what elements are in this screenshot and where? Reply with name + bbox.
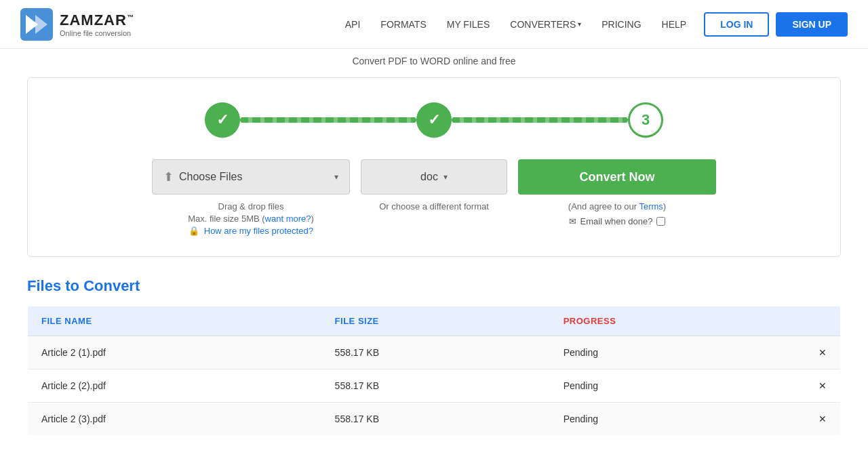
- converter-box: ✓ ✓ 3 ⬆ Choose Files ▾ doc ▾ Convert Now: [27, 77, 841, 257]
- nav-formats[interactable]: FORMATS: [372, 14, 434, 35]
- email-row: ✉ Email when done?: [569, 216, 666, 226]
- step-3-label: 3: [642, 111, 650, 129]
- format-value: doc: [420, 171, 438, 183]
- page-title-bar: Convert PDF to WORD online and free: [0, 49, 868, 69]
- format-selector[interactable]: doc ▾: [361, 159, 507, 195]
- controls-sub-row: Drag & drop files Max. file size 5MB (wa…: [55, 201, 813, 236]
- file-progress-cell: Pending: [550, 369, 805, 403]
- step-2-circle: ✓: [416, 102, 452, 138]
- main-content: ✓ ✓ 3 ⬆ Choose Files ▾ doc ▾ Convert Now: [0, 77, 868, 463]
- files-table-header: FILE NAME FILE SIZE PROGRESS: [28, 306, 841, 336]
- step-line-1: [240, 117, 416, 123]
- table-row: Article 2 (3).pdf 558.17 KB Pending ✕: [28, 403, 841, 436]
- files-section: Files to Convert FILE NAME FILE SIZE PRO…: [27, 277, 841, 436]
- format-chevron-icon: ▾: [443, 172, 448, 182]
- page-title: Convert PDF to WORD online and free: [352, 56, 515, 66]
- nav-pricing[interactable]: PRICING: [593, 14, 649, 35]
- format-sub: Or choose a different format: [361, 201, 507, 236]
- nav-my-files[interactable]: MY FILES: [439, 14, 498, 35]
- file-name-cell: Article 2 (2).pdf: [28, 369, 321, 403]
- logo-brand: ZAMZAR™: [60, 12, 134, 29]
- col-filename: FILE NAME: [28, 306, 321, 336]
- col-progress: PROGRESS: [550, 306, 805, 336]
- step-1-checkmark-icon: ✓: [216, 111, 229, 129]
- email-icon: ✉: [569, 216, 576, 226]
- logo-text: ZAMZAR™ Online file conversion: [60, 12, 134, 37]
- file-name-cell: Article 2 (1).pdf: [28, 336, 321, 369]
- col-remove: [805, 306, 841, 336]
- file-protection-link[interactable]: How are my files protected?: [204, 226, 313, 236]
- choose-files-chevron-icon: ▾: [334, 172, 338, 182]
- file-progress-cell: Pending: [550, 336, 805, 369]
- nav-api[interactable]: API: [337, 14, 369, 35]
- agree-text: (And agree to our Terms): [568, 201, 666, 212]
- main-nav: API FORMATS MY FILES CONVERTERS ▾ PRICIN…: [337, 12, 848, 37]
- col-filesize: FILE SIZE: [321, 306, 550, 336]
- files-heading: Files to Convert: [27, 277, 841, 295]
- choose-files-button[interactable]: ⬆ Choose Files ▾: [152, 159, 350, 195]
- lock-icon: 🔒: [189, 226, 199, 236]
- step-1-circle: ✓: [205, 102, 240, 138]
- choose-files-sub: Drag & drop files Max. file size 5MB (wa…: [152, 201, 350, 236]
- nav-converters[interactable]: CONVERTERS ▾: [502, 14, 589, 35]
- drag-drop-text: Drag & drop files: [218, 201, 284, 212]
- table-row: Article 2 (1).pdf 558.17 KB Pending ✕: [28, 336, 841, 369]
- remove-file-button[interactable]: ✕: [805, 336, 841, 369]
- login-button[interactable]: LOG IN: [704, 12, 769, 37]
- terms-link[interactable]: Terms: [639, 201, 663, 212]
- logo-subtitle: Online file conversion: [60, 29, 134, 37]
- steps-row: ✓ ✓ 3: [55, 102, 813, 138]
- table-row: Article 2 (2).pdf 558.17 KB Pending ✕: [28, 369, 841, 403]
- file-progress-cell: Pending: [550, 403, 805, 436]
- step-line-2: [452, 117, 628, 123]
- step-2-checkmark-icon: ✓: [428, 111, 440, 129]
- controls-row: ⬆ Choose Files ▾ doc ▾ Convert Now: [55, 159, 813, 195]
- file-size-cell: 558.17 KB: [321, 336, 550, 369]
- email-checkbox[interactable]: [656, 217, 665, 226]
- signup-button[interactable]: SIGN UP: [776, 12, 848, 37]
- site-header: ZAMZAR™ Online file conversion API FORMA…: [0, 0, 868, 49]
- files-heading-highlight: Convert: [83, 277, 140, 294]
- converters-chevron-icon: ▾: [578, 20, 581, 28]
- convert-button[interactable]: Convert Now: [518, 159, 716, 195]
- files-table: FILE NAME FILE SIZE PROGRESS Article 2 (…: [27, 306, 841, 436]
- file-size-cell: 558.17 KB: [321, 403, 550, 436]
- email-label: Email when done?: [580, 216, 653, 226]
- logo-link[interactable]: ZAMZAR™ Online file conversion: [20, 8, 134, 41]
- choose-files-label: Choose Files: [179, 171, 242, 183]
- file-protection-link-row: 🔒 How are my files protected?: [189, 226, 313, 236]
- remove-file-button[interactable]: ✕: [805, 403, 841, 436]
- max-size-text: Max. file size 5MB (want more?): [188, 214, 314, 224]
- file-size-cell: 558.17 KB: [321, 369, 550, 403]
- file-name-cell: Article 2 (3).pdf: [28, 403, 321, 436]
- want-more-link[interactable]: want more?: [265, 214, 311, 224]
- format-sub-text: Or choose a different format: [379, 201, 489, 212]
- nav-help[interactable]: HELP: [654, 14, 695, 35]
- step-3-circle: 3: [628, 102, 663, 138]
- upload-icon: ⬆: [163, 169, 174, 184]
- remove-file-button[interactable]: ✕: [805, 369, 841, 403]
- convert-sub: (And agree to our Terms) ✉ Email when do…: [518, 201, 716, 236]
- logo-icon: [20, 8, 53, 41]
- files-table-body: Article 2 (1).pdf 558.17 KB Pending ✕ Ar…: [28, 336, 841, 436]
